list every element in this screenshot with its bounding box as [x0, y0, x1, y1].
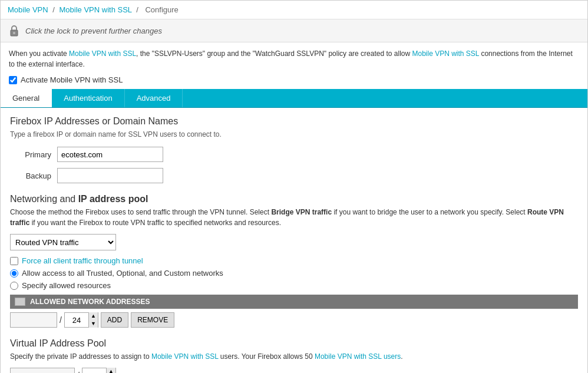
- allow-access-row: Allow access to all Trusted, Optional, a…: [10, 269, 578, 278]
- activate-ssl-label[interactable]: Activate Mobile VPN with SSL: [21, 75, 123, 84]
- allowed-table-header: ALLOWED NETWORK ADDRESSES: [10, 295, 578, 309]
- vpn-select-wrap: Routed VPN traffic Bridge VPN traffic: [10, 234, 578, 250]
- firebox-section-desc: Type a firebox IP or domain name for SSL…: [10, 129, 578, 140]
- networking-section: Networking and IP address pool Choose th…: [10, 194, 578, 328]
- cidr-input[interactable]: [65, 315, 88, 326]
- table-select-all-checkbox[interactable]: [15, 298, 25, 306]
- virtual-slash-separator: /: [77, 371, 80, 373]
- breadcrumb-configure: Configure: [145, 5, 178, 14]
- svg-point-1: [13, 32, 15, 34]
- remove-button[interactable]: REMOVE: [131, 312, 174, 328]
- info-link-2[interactable]: Mobile VPN with SSL: [412, 49, 479, 58]
- force-tunnel-label[interactable]: Force all client traffic through tunnel: [22, 256, 143, 265]
- lock-icon: [8, 24, 21, 37]
- content-area: Firebox IP Addresses or Domain Names Typ…: [1, 108, 587, 373]
- slash-separator: /: [60, 315, 62, 325]
- allow-access-label[interactable]: Allow access to all Trusted, Optional, a…: [22, 269, 223, 278]
- virtual-ip-link[interactable]: Mobile VPN with SSL: [151, 352, 219, 361]
- force-tunnel-link[interactable]: Force all client traffic through tunnel: [22, 256, 143, 265]
- activate-ssl-checkbox[interactable]: [9, 76, 17, 84]
- cidr-down-button[interactable]: ▼: [89, 320, 98, 328]
- firebox-section: Firebox IP Addresses or Domain Names Typ…: [10, 116, 578, 183]
- virtual-ip-link-2[interactable]: Mobile VPN with SSL users: [315, 352, 401, 361]
- page-wrapper: Mobile VPN / Mobile VPN with SSL / Confi…: [0, 0, 588, 373]
- breadcrumb-sep-2: /: [136, 5, 140, 14]
- vpn-traffic-select[interactable]: Routed VPN traffic Bridge VPN traffic: [10, 234, 116, 250]
- cidr-wrap: ▲ ▼: [64, 312, 98, 328]
- virtual-cidr-spinner: ▲ ▼: [106, 368, 115, 373]
- force-tunnel-row: Force all client traffic through tunnel: [10, 256, 578, 265]
- force-tunnel-checkbox[interactable]: [10, 257, 18, 265]
- cidr-spinner: ▲ ▼: [88, 312, 98, 328]
- specify-resources-radio[interactable]: [10, 282, 18, 290]
- breadcrumb: Mobile VPN / Mobile VPN with SSL / Confi…: [1, 1, 587, 19]
- virtual-ip-input-row: / ▲ ▼: [10, 368, 578, 373]
- virtual-ip-section-desc: Specify the private IP addresses to assi…: [10, 351, 578, 362]
- allowed-table-header-text: ALLOWED NETWORK ADDRESSES: [30, 298, 150, 306]
- breadcrumb-mobile-vpn[interactable]: Mobile VPN: [8, 5, 48, 14]
- tab-general[interactable]: General: [1, 89, 52, 107]
- activate-row: Activate Mobile VPN with SSL: [1, 73, 587, 89]
- primary-label: Primary: [10, 150, 57, 159]
- primary-input[interactable]: [57, 147, 163, 162]
- firebox-section-title: Firebox IP Addresses or Domain Names: [10, 116, 578, 127]
- primary-field-row: Primary: [10, 147, 578, 162]
- specify-resources-label[interactable]: Specify allowed resources: [22, 281, 111, 290]
- network-addr-input[interactable]: [10, 312, 57, 328]
- virtual-cidr-input[interactable]: [82, 370, 106, 374]
- breadcrumb-mobile-vpn-ssl[interactable]: Mobile VPN with SSL: [60, 5, 132, 14]
- virtual-ip-input[interactable]: [10, 368, 75, 373]
- cidr-up-button[interactable]: ▲: [89, 312, 98, 320]
- virtual-cidr-up-button[interactable]: ▲: [107, 368, 115, 373]
- lock-bar-text: Click the lock to prevent further change…: [25, 27, 162, 35]
- tab-advanced[interactable]: Advanced: [125, 89, 183, 107]
- addr-input-row: / ▲ ▼ ADD REMOVE: [10, 312, 578, 328]
- networking-section-desc: Choose the method the Firebox uses to se…: [10, 207, 578, 228]
- backup-field-row: Backup: [10, 168, 578, 183]
- backup-label: Backup: [10, 171, 57, 180]
- networking-section-title: Networking and IP address pool: [10, 194, 578, 204]
- specify-resources-row: Specify allowed resources: [10, 281, 578, 290]
- info-section: When you activate Mobile VPN with SSL, t…: [1, 42, 587, 73]
- tab-authentication[interactable]: Authentication: [52, 89, 124, 107]
- backup-input[interactable]: [57, 168, 163, 183]
- add-button[interactable]: ADD: [101, 312, 128, 328]
- breadcrumb-sep-1: /: [52, 5, 57, 14]
- lock-bar[interactable]: Click the lock to prevent further change…: [1, 19, 587, 42]
- info-link-1[interactable]: Mobile VPN with SSL: [69, 49, 136, 58]
- virtual-ip-section: Virtual IP Address Pool Specify the priv…: [10, 338, 578, 373]
- virtual-ip-section-title: Virtual IP Address Pool: [10, 338, 578, 349]
- tabs: General Authentication Advanced: [1, 89, 587, 108]
- allow-access-radio[interactable]: [10, 269, 18, 278]
- virtual-cidr-wrap: ▲ ▼: [82, 368, 116, 373]
